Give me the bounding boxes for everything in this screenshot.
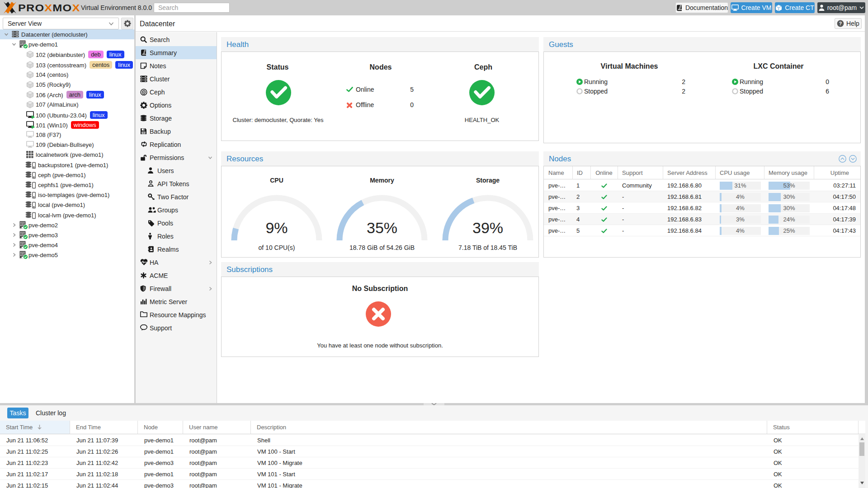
svg-text:?: ? bbox=[839, 21, 842, 26]
